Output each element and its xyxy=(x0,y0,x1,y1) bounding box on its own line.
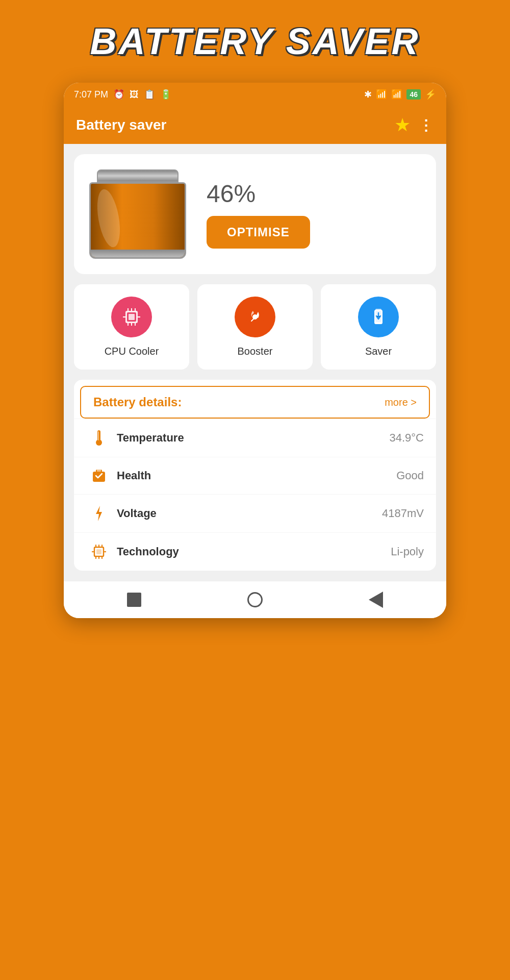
alarm-icon: ⏰ xyxy=(113,89,124,100)
details-header: Battery details: more > xyxy=(80,386,430,419)
cpu-cooler-card[interactable]: CPU Cooler xyxy=(74,284,189,370)
battery-info: 46% OPTIMISE xyxy=(207,180,310,249)
saver-icon-circle xyxy=(358,297,399,337)
battery-level-badge: 46 xyxy=(406,89,421,100)
phone-frame: 7:07 PM ⏰ 🖼 📋 🔋 ✱ 📶 📶 46 ⚡ Battery saver… xyxy=(64,83,446,618)
details-title: Battery details: xyxy=(93,395,182,409)
charging-icon: ⚡ xyxy=(425,89,436,100)
saver-icon xyxy=(367,306,390,328)
battery-card: 46% OPTIMISE xyxy=(74,154,436,274)
signal-icon-1: 📶 xyxy=(376,89,387,100)
saver-label: Saver xyxy=(365,346,392,357)
battery-visual xyxy=(89,169,186,259)
svg-rect-23 xyxy=(96,549,101,554)
temperature-label: Temperature xyxy=(117,431,389,445)
booster-icon xyxy=(244,306,266,328)
bluetooth-icon: ✱ xyxy=(364,89,372,100)
cpu-cooler-icon xyxy=(120,306,143,328)
battery-icon-status: 🔋 xyxy=(160,89,171,100)
voltage-value: 4187mV xyxy=(382,507,424,520)
temperature-value: 34.9°C xyxy=(389,431,424,445)
health-label: Health xyxy=(117,469,396,482)
cpu-cooler-icon-circle xyxy=(111,297,152,337)
svg-rect-21 xyxy=(97,469,101,472)
health-value: Good xyxy=(396,469,424,482)
favorite-star-icon[interactable]: ★ xyxy=(394,114,411,136)
technology-value: Li-poly xyxy=(391,545,424,558)
svg-rect-2 xyxy=(129,314,135,320)
temperature-row: Temperature 34.9°C xyxy=(74,419,436,457)
status-left: 7:07 PM ⏰ 🖼 📋 🔋 xyxy=(74,89,171,100)
voltage-row: Voltage 4187mV xyxy=(74,494,436,532)
booster-icon-circle xyxy=(235,297,275,337)
battery-body xyxy=(89,182,186,259)
booster-label: Booster xyxy=(238,346,273,357)
details-more-button[interactable]: more > xyxy=(385,397,417,408)
svg-rect-18 xyxy=(98,431,99,440)
booster-card[interactable]: Booster xyxy=(197,284,313,370)
app-bar-actions: ★ ⋮ xyxy=(394,114,434,136)
home-icon xyxy=(247,592,263,607)
status-bar: 7:07 PM ⏰ 🖼 📋 🔋 ✱ 📶 📶 46 ⚡ xyxy=(64,83,446,106)
recents-icon xyxy=(127,593,141,607)
cpu-cooler-label: CPU Cooler xyxy=(105,346,159,357)
time-display: 7:07 PM xyxy=(74,89,108,100)
svg-rect-15 xyxy=(375,311,381,322)
svg-point-17 xyxy=(96,439,102,446)
health-row: Health Good xyxy=(74,457,436,494)
technology-row: Technology Li-poly xyxy=(74,532,436,571)
recents-button[interactable] xyxy=(127,593,141,607)
signal-icon-2: 📶 xyxy=(391,89,402,100)
more-menu-button[interactable]: ⋮ xyxy=(419,117,434,134)
screenshot-icon: 🖼 xyxy=(130,89,139,100)
main-content: 46% OPTIMISE xyxy=(64,144,446,581)
technology-icon xyxy=(86,543,112,560)
svg-rect-14 xyxy=(375,309,381,311)
technology-label: Technology xyxy=(117,545,391,558)
temperature-icon xyxy=(86,429,112,447)
voltage-icon xyxy=(86,505,112,522)
back-button[interactable] xyxy=(369,592,383,608)
voltage-label: Voltage xyxy=(117,507,382,520)
nav-bar xyxy=(64,581,446,618)
battery-details-card: Battery details: more > Temperature 34.9… xyxy=(74,380,436,571)
sim-icon: 📋 xyxy=(144,89,155,100)
health-icon xyxy=(86,468,112,484)
app-bar-title: Battery saver xyxy=(76,117,166,133)
battery-percentage: 46% xyxy=(207,180,256,208)
optimise-button[interactable]: OPTIMISE xyxy=(207,216,310,249)
feature-row: CPU Cooler Booster xyxy=(74,284,436,370)
battery-container: 46% OPTIMISE xyxy=(89,169,421,259)
back-icon xyxy=(369,592,383,608)
status-right: ✱ 📶 📶 46 ⚡ xyxy=(364,89,436,100)
page-title: BATTERY SAVER xyxy=(90,20,420,62)
app-bar: Battery saver ★ ⋮ xyxy=(64,106,446,144)
saver-card[interactable]: Saver xyxy=(321,284,436,370)
battery-top xyxy=(97,169,178,182)
home-button[interactable] xyxy=(247,592,263,607)
